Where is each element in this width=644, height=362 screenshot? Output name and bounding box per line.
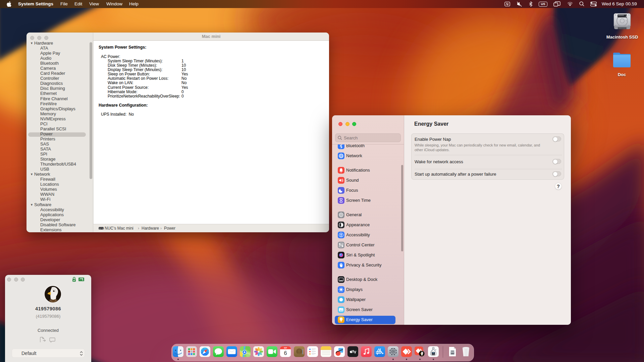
svg-text:SEP: SEP <box>284 347 287 349</box>
svg-text:6: 6 <box>284 350 287 356</box>
